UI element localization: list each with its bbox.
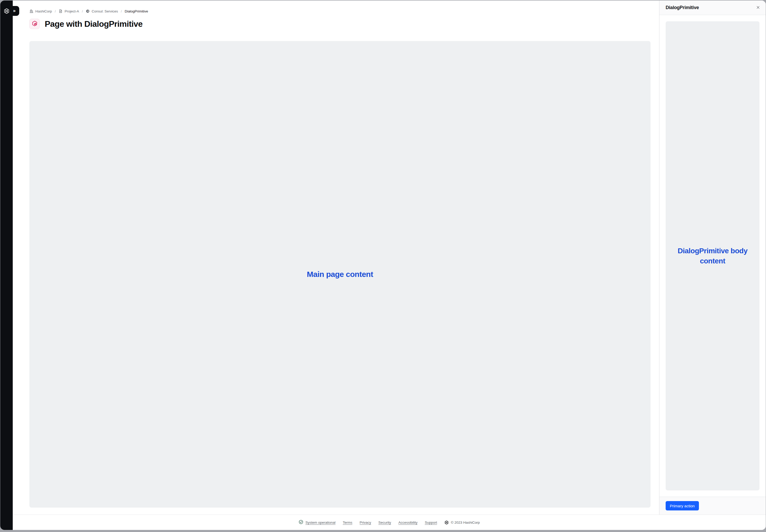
chevrons-right-icon: » [13, 8, 16, 13]
breadcrumb-separator: / [82, 9, 83, 13]
breadcrumb-label: Project-A [64, 9, 79, 13]
breadcrumb-item-consul-services[interactable]: Consul: Services [86, 9, 118, 13]
main-content-placeholder: Main page content [29, 41, 383, 266]
sidebar-header-tab: » [0, 6, 19, 16]
content-row: HashiCorp / Project-A / [13, 1, 383, 266]
breadcrumb-label: HashiCorp [35, 9, 52, 13]
file-icon [58, 9, 63, 13]
breadcrumb: HashiCorp / Project-A / [29, 9, 383, 13]
hashicorp-logo-icon [0, 8, 13, 14]
breadcrumb-label: Consul: Services [92, 9, 118, 13]
breadcrumb-item-hashicorp[interactable]: HashiCorp [29, 9, 52, 13]
main-column: HashiCorp / Project-A / [13, 1, 383, 266]
org-building-icon [29, 9, 34, 13]
breadcrumb-label: DialogPrimitive [124, 9, 148, 13]
breadcrumb-item-current: DialogPrimitive [124, 9, 148, 13]
breadcrumb-separator: / [55, 9, 56, 13]
sidebar-expand-button[interactable]: » [13, 8, 16, 13]
page-title: Page with DialogPrimitive [45, 19, 142, 29]
main-page: HashiCorp / Project-A / [13, 1, 383, 266]
page-title-icon-tile [29, 19, 40, 29]
breadcrumb-item-project-a[interactable]: Project-A [58, 9, 79, 13]
hexagon-gear-icon [32, 21, 38, 28]
consul-icon [86, 9, 90, 13]
breadcrumb-separator: / [121, 9, 122, 13]
sidebar-rail [0, 1, 13, 266]
page-header: Page with DialogPrimitive [29, 19, 383, 29]
app-frame: » HashiCorp [0, 1, 383, 266]
